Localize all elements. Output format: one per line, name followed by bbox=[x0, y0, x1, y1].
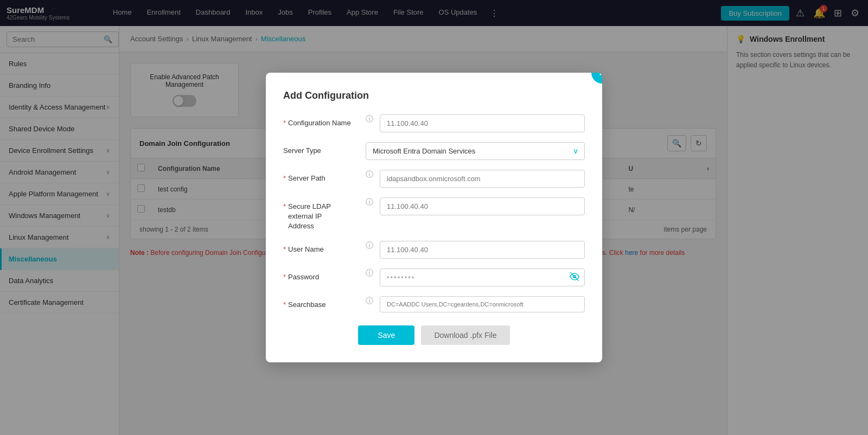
modal-overlay[interactable]: ✕ Add Configuration * Configuration Name… bbox=[0, 0, 868, 435]
server-type-select[interactable]: Microsoft Entra Domain Services Google W… bbox=[366, 142, 585, 160]
required-indicator: * bbox=[283, 202, 286, 212]
info-icon-ldap-ip[interactable]: ⓘ bbox=[366, 197, 373, 207]
modal-close-button[interactable]: ✕ bbox=[591, 73, 602, 84]
required-indicator: * bbox=[283, 300, 286, 309]
required-indicator: * bbox=[283, 119, 286, 127]
required-indicator: * bbox=[283, 174, 286, 182]
required-indicator: * bbox=[283, 273, 286, 281]
info-icon-password[interactable]: ⓘ bbox=[366, 268, 373, 278]
info-icon-username[interactable]: ⓘ bbox=[366, 241, 373, 251]
form-label-config-name: * Configuration Name bbox=[283, 114, 359, 127]
add-configuration-modal: ✕ Add Configuration * Configuration Name… bbox=[266, 73, 602, 363]
form-row-password: * Password ⓘ bbox=[283, 268, 585, 286]
required-indicator: * bbox=[283, 245, 286, 253]
form-label-server-path: * Server Path bbox=[283, 170, 359, 182]
form-label-searchbase: * Searchbase bbox=[283, 296, 359, 309]
info-icon-config-name[interactable]: ⓘ bbox=[366, 114, 373, 124]
toggle-password-icon[interactable] bbox=[570, 272, 579, 284]
form-row-username: * User Name ⓘ bbox=[283, 241, 585, 259]
form-label-username: * User Name bbox=[283, 241, 359, 253]
form-row-server-path: * Server Path ⓘ bbox=[283, 170, 585, 188]
form-row-server-type: Server Type Microsoft Entra Domain Servi… bbox=[283, 142, 585, 160]
server-path-input[interactable] bbox=[380, 170, 585, 188]
info-icon-server-path[interactable]: ⓘ bbox=[366, 170, 373, 180]
form-label-server-type: Server Type bbox=[283, 142, 359, 155]
searchbase-input[interactable] bbox=[380, 296, 585, 312]
form-row-config-name: * Configuration Name ⓘ bbox=[283, 114, 585, 132]
modal-title: Add Configuration bbox=[283, 90, 585, 101]
form-row-searchbase: * Searchbase ⓘ bbox=[283, 296, 585, 312]
modal-footer: Save Download .pfx File bbox=[283, 325, 585, 345]
password-input[interactable] bbox=[380, 268, 585, 286]
form-label-password: * Password bbox=[283, 268, 359, 281]
info-icon-searchbase[interactable]: ⓘ bbox=[366, 296, 373, 306]
username-input[interactable] bbox=[380, 241, 585, 259]
server-type-select-wrap: Microsoft Entra Domain Services Google W… bbox=[366, 142, 585, 160]
password-field-wrap bbox=[380, 268, 585, 286]
save-button[interactable]: Save bbox=[358, 325, 414, 345]
download-pfx-button[interactable]: Download .pfx File bbox=[421, 325, 509, 345]
form-label-ldap-ip: * Secure LDAPexternal IPAddress bbox=[283, 197, 359, 232]
ldap-ip-input[interactable] bbox=[380, 197, 585, 215]
form-row-ldap-ip: * Secure LDAPexternal IPAddress ⓘ bbox=[283, 197, 585, 232]
config-name-input[interactable] bbox=[380, 114, 585, 132]
